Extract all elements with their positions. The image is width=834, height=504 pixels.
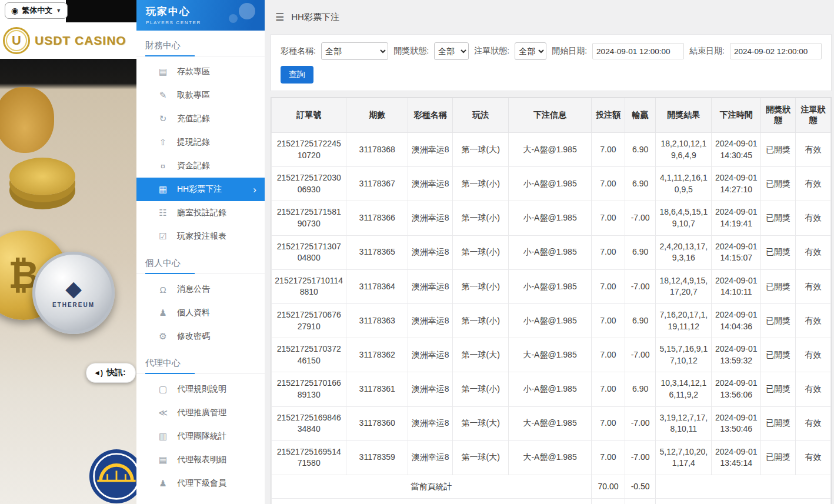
sidebar-item-agent-team-stats[interactable]: ▥代理團隊統計 xyxy=(136,425,265,448)
cell-draw-status: 已開獎 xyxy=(761,201,796,235)
sidebar-item-recharge-records[interactable]: ↻充值記錄 xyxy=(136,107,265,131)
cell-win-loss: -7.00 xyxy=(625,406,655,440)
cell-order-no: 2152172517101148810 xyxy=(272,269,346,303)
cell-bet-amount: 7.00 xyxy=(591,338,625,372)
cell-bet-info: 小-A盤@1.985 xyxy=(509,167,592,201)
summary-bet-amount: 70.00 xyxy=(591,475,625,499)
sidebar-item-withdraw[interactable]: ✎取款專區 xyxy=(136,84,265,107)
cell-play-type: 第一球(小) xyxy=(453,372,509,406)
summary-label: 當前頁統計 xyxy=(272,475,592,499)
news-ticker[interactable]: ◄) 快訊: xyxy=(86,363,136,383)
cell-period: 31178361 xyxy=(346,372,408,406)
brand-logo: U USDT CASINO xyxy=(0,22,136,59)
sidebar-item-change-password[interactable]: ⚙修改密碼 xyxy=(136,325,265,348)
globe-icon: ◉ xyxy=(11,6,18,15)
promo-photo: ₿ ◆ ETHEREUM xyxy=(0,59,136,504)
cell-play-type: 第一球(小) xyxy=(453,269,509,303)
cell-draw-status: 已開獎 xyxy=(761,406,796,440)
cell-order-status: 有效 xyxy=(796,303,831,338)
bridge-logo-icon xyxy=(88,448,136,504)
order-status-select[interactable]: 全部 xyxy=(515,42,546,60)
main-content: ☰ HH彩票下注 彩種名稱: 全部 開獎狀態: 全部 注單狀態: 全部 開始日期… xyxy=(265,0,834,504)
sidebar-item-deposit[interactable]: ▤存款專區 xyxy=(136,60,265,84)
cell-win-loss: 6.90 xyxy=(625,303,655,338)
order-status-label: 注單狀態: xyxy=(474,46,509,56)
language-label: 繁体中文 xyxy=(22,5,52,16)
cell-bet-amount: 7.00 xyxy=(591,372,625,406)
members-icon: ♟ xyxy=(158,478,168,489)
cell-draw-status: 已開獎 xyxy=(761,372,796,406)
section-title: 個人中心 xyxy=(145,258,195,274)
sidebar: 玩家中心 PLAYERS CENTER 財務中心▤存款專區✎取款專區↻充值記錄⇧… xyxy=(136,0,265,504)
funds-record-icon: ¤ xyxy=(158,161,168,171)
table-row: 215217251720300693031178367澳洲幸运8第一球(小)小-… xyxy=(272,167,831,201)
cell-order-no: 2152172517203006930 xyxy=(272,167,346,201)
brand-name: USDT CASINO xyxy=(35,34,126,48)
cell-win-loss: -7.00 xyxy=(625,269,655,303)
cell-win-loss: 6.90 xyxy=(625,372,655,406)
cell-order-no: 2152172517067627910 xyxy=(272,303,346,338)
draw-status-label: 開獎狀態: xyxy=(393,46,429,56)
cell-play-type: 第一球(大) xyxy=(453,133,509,167)
column-header-order-status: 注單狀態 xyxy=(796,98,831,133)
cell-bet-time: 2024-09-01 13:59:32 xyxy=(712,338,761,372)
cell-period: 31178362 xyxy=(346,338,408,372)
sidebar-item-player-bet-report[interactable]: ☑玩家投注報表 xyxy=(136,225,265,248)
cell-order-status: 有效 xyxy=(796,235,831,269)
cell-lottery-name: 澳洲幸运8 xyxy=(408,406,453,440)
search-button[interactable]: 查詢 xyxy=(281,66,313,84)
cell-win-loss: 6.90 xyxy=(625,133,655,167)
sidebar-item-agent-downline-members[interactable]: ♟代理下級會員 xyxy=(136,472,265,495)
cell-bet-info: 小-A盤@1.985 xyxy=(509,303,592,338)
sidebar-item-label: 資金記錄 xyxy=(177,161,210,171)
caret-down-icon: ▼ xyxy=(56,8,61,14)
cell-bet-time: 2024-09-01 13:45:14 xyxy=(712,440,761,475)
summary-win-loss: -0.50 xyxy=(625,475,655,499)
sidebar-item-label: 廳室投註記錄 xyxy=(177,208,226,218)
sidebar-item-agent-rules[interactable]: ▢代理規則說明 xyxy=(136,378,265,401)
cell-play-type: 第一球(大) xyxy=(453,440,509,475)
section-title: 代理中心 xyxy=(145,358,195,374)
share-icon: ≪ xyxy=(158,408,168,418)
menu-toggle-icon[interactable]: ☰ xyxy=(275,11,284,24)
sidebar-item-announcements[interactable]: Ω消息公告 xyxy=(136,278,265,301)
cell-play-type: 第一球(大) xyxy=(453,406,509,440)
lottery-name-select[interactable]: 全部 xyxy=(321,42,388,60)
sidebar-item-label: 取款專區 xyxy=(177,90,210,101)
column-header-lottery-name: 彩種名稱 xyxy=(408,98,453,133)
draw-status-select[interactable]: 全部 xyxy=(434,42,469,60)
cell-draw-status: 已開獎 xyxy=(761,303,796,338)
end-date-input[interactable] xyxy=(730,43,822,59)
sidebar-item-room-bet-records[interactable]: ☷廳室投註記錄 xyxy=(136,201,265,225)
section-header: 個人中心 xyxy=(136,248,265,274)
cell-bet-info: 小-A盤@1.985 xyxy=(509,235,592,269)
cell-bet-amount: 7.00 xyxy=(591,303,625,338)
cell-play-type: 第一球(小) xyxy=(453,201,509,235)
sidebar-item-withdrawal-records[interactable]: ⇧提現記錄 xyxy=(136,131,265,154)
cell-bet-time: 2024-09-01 14:15:07 xyxy=(712,235,761,269)
floating-logo-button[interactable] xyxy=(88,448,136,504)
start-date-input[interactable] xyxy=(592,43,684,59)
sidebar-item-label: HH彩票下注 xyxy=(177,184,222,195)
player-report-icon: ☑ xyxy=(158,231,168,242)
column-header-draw-status: 開獎狀態 xyxy=(761,98,796,133)
cell-draw-status: 已開獎 xyxy=(761,167,796,201)
sidebar-item-hh-lottery-bets[interactable]: ▦HH彩票下注› xyxy=(136,178,265,201)
cell-bet-time: 2024-09-01 14:19:41 xyxy=(712,201,761,235)
cell-win-loss: -7.00 xyxy=(625,201,655,235)
page-title: HH彩票下注 xyxy=(291,12,339,23)
sidebar-item-agent-report-detail[interactable]: ▤代理報表明細 xyxy=(136,448,265,472)
cell-order-status: 有效 xyxy=(796,201,831,235)
table-row: 215217251695147158031178359澳洲幸运8第一球(大)大-… xyxy=(272,440,831,475)
cell-bet-info: 小-A盤@1.985 xyxy=(509,269,592,303)
language-selector[interactable]: ◉ 繁体中文 ▼ xyxy=(5,2,68,19)
cell-bet-amount: 7.00 xyxy=(591,235,625,269)
room-bet-record-icon: ☷ xyxy=(158,208,168,218)
summary-bet-amount: 70.00 xyxy=(591,499,625,504)
cell-draw-result: 2,4,20,13,17,9,3,16 xyxy=(656,235,712,269)
sidebar-item-profile[interactable]: ♟個人資料 xyxy=(136,301,265,325)
sidebar-item-funds-records[interactable]: ¤資金記錄 xyxy=(136,154,265,178)
column-header-draw-result: 開獎結果 xyxy=(656,98,712,133)
sidebar-item-agent-promotion[interactable]: ≪代理推廣管理 xyxy=(136,401,265,425)
cell-bet-info: 大-A盤@1.985 xyxy=(509,338,592,372)
